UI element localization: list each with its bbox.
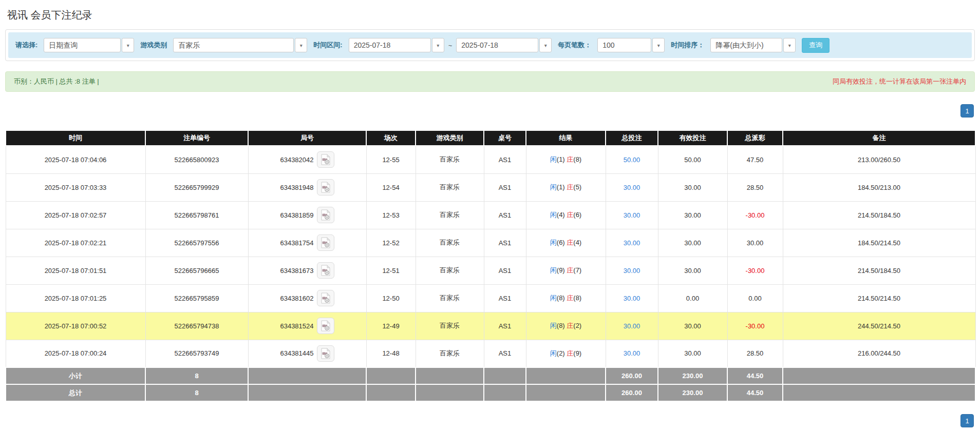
chevron-down-icon[interactable]: ▾ xyxy=(783,38,796,52)
video-replay-button[interactable] xyxy=(317,318,334,334)
cell-table-no: AS1 xyxy=(484,284,526,312)
chevron-down-icon[interactable]: ▾ xyxy=(539,38,552,52)
cell-time: 2025-07-18 07:00:52 xyxy=(6,312,145,340)
chevron-down-icon[interactable]: ▾ xyxy=(432,38,444,52)
video-replay-button[interactable] xyxy=(317,262,334,279)
cell-game-type: 百家乐 xyxy=(416,312,484,340)
chevron-down-icon[interactable]: ▾ xyxy=(652,38,665,52)
query-type-value[interactable]: 日期查询 xyxy=(44,38,121,52)
cell-payout: -30.00 xyxy=(727,257,783,284)
result-banker-label: 庄 xyxy=(567,349,573,357)
cell-bet-id: 522665797556 xyxy=(145,229,248,257)
col-header-table-no: 桌号 xyxy=(484,130,526,146)
game-type-value[interactable]: 百家乐 xyxy=(173,38,294,52)
video-replay-button[interactable] xyxy=(317,290,334,306)
total-bet-link[interactable]: 30.00 xyxy=(624,322,640,330)
result-banker-label: 庄 xyxy=(567,294,573,302)
cell-remark: 213.00/260.50 xyxy=(783,146,975,173)
result-player-label: 闲 xyxy=(550,239,557,246)
cell-table-no: AS1 xyxy=(484,201,526,229)
video-replay-button[interactable] xyxy=(317,234,334,251)
cell-empty xyxy=(484,367,526,384)
cell-payout: 47.50 xyxy=(727,146,783,173)
cell-game-type: 百家乐 xyxy=(416,201,484,229)
table-header: 时间 注单编号 局号 场次 游戏类别 桌号 结果 总投注 有效投注 总派彩 备注 xyxy=(6,130,975,146)
result-player-num: (1) xyxy=(557,183,565,191)
cell-table-no: AS1 xyxy=(484,229,526,257)
cell-bet-id: 522665798761 xyxy=(145,201,248,229)
cell-payout: 30.00 xyxy=(727,229,783,257)
date-to-value[interactable]: 2025-07-18 xyxy=(456,38,538,52)
grand-total-valid-bet: 230.00 xyxy=(658,384,727,401)
per-page-select[interactable]: 100 ▾ xyxy=(597,38,665,52)
col-header-payout: 总派彩 xyxy=(727,130,783,146)
sort-order-value[interactable]: 降幂(由大到小) xyxy=(710,38,782,52)
cell-session: 12-52 xyxy=(366,229,416,257)
total-bet-link[interactable]: 30.00 xyxy=(624,184,640,191)
result-banker-label: 庄 xyxy=(567,322,573,329)
search-button[interactable]: 查询 xyxy=(802,38,830,53)
cell-total-bet: 30.00 xyxy=(606,201,658,229)
total-bet-link[interactable]: 30.00 xyxy=(624,267,640,275)
date-from-value[interactable]: 2025-07-18 xyxy=(349,38,431,52)
cell-table-no: AS1 xyxy=(484,340,526,367)
valid-bet-notice: 同局有效投注，统一计算在该局第一张注单内 xyxy=(833,77,966,86)
result-player-label: 闲 xyxy=(550,294,557,302)
result-player-label: 闲 xyxy=(550,211,557,219)
cell-bet-id: 522665793749 xyxy=(145,340,248,367)
col-header-bet-id: 注单编号 xyxy=(145,130,248,146)
total-bet-link[interactable]: 30.00 xyxy=(624,211,640,219)
sort-order-select[interactable]: 降幂(由大到小) ▾ xyxy=(710,38,796,52)
cell-valid-bet: 0.00 xyxy=(658,284,727,312)
chevron-down-icon[interactable]: ▾ xyxy=(295,38,307,52)
total-bet-link[interactable]: 30.00 xyxy=(624,239,640,247)
cell-session: 12-51 xyxy=(366,257,416,284)
video-replay-button[interactable] xyxy=(317,151,334,168)
total-bet-link[interactable]: 30.00 xyxy=(624,295,640,302)
cell-remark: 244.50/214.50 xyxy=(783,312,975,340)
cell-time: 2025-07-18 07:02:57 xyxy=(6,201,145,229)
col-header-round-id: 局号 xyxy=(248,130,366,146)
cell-round-id: 634381602 xyxy=(248,284,366,312)
cell-round-id: 634381445 xyxy=(248,340,366,367)
cell-empty xyxy=(366,367,416,384)
video-file-icon xyxy=(321,292,331,304)
result-player-num: (6) xyxy=(557,239,565,246)
table-row: 2025-07-18 07:02:21 522665797556 6343817… xyxy=(6,229,975,257)
result-banker-num: (5) xyxy=(573,183,581,191)
video-replay-button[interactable] xyxy=(317,345,334,362)
table-row: 2025-07-18 07:02:57 522665798761 6343818… xyxy=(6,201,975,229)
query-type-label: 请选择: xyxy=(15,41,37,50)
cell-remark: 214.50/184.50 xyxy=(783,201,975,229)
cell-session: 12-55 xyxy=(366,146,416,173)
grand-total-total-bet: 260.00 xyxy=(606,384,658,401)
video-replay-button[interactable] xyxy=(317,179,334,195)
cell-game-type: 百家乐 xyxy=(416,229,484,257)
cell-payout: 28.50 xyxy=(727,340,783,367)
chevron-down-icon[interactable]: ▾ xyxy=(122,38,134,52)
round-id-value: 634381859 xyxy=(280,211,313,219)
result-player-num: (8) xyxy=(557,322,565,329)
cell-time: 2025-07-18 07:00:24 xyxy=(6,340,145,367)
game-type-select[interactable]: 百家乐 ▾ xyxy=(173,38,307,52)
page-1-button[interactable]: 1 xyxy=(960,414,974,427)
date-to-select[interactable]: 2025-07-18 ▾ xyxy=(456,38,552,52)
total-bet-link[interactable]: 30.00 xyxy=(624,349,640,357)
cell-time: 2025-07-18 07:02:21 xyxy=(6,229,145,257)
date-range-label: 时间区间: xyxy=(313,41,342,50)
query-type-select[interactable]: 日期查询 ▾ xyxy=(44,38,134,52)
result-banker-label: 庄 xyxy=(567,211,573,219)
cell-valid-bet: 30.00 xyxy=(658,201,727,229)
per-page-value[interactable]: 100 xyxy=(597,38,651,52)
result-player-num: (8) xyxy=(557,294,565,302)
video-replay-button[interactable] xyxy=(317,207,334,223)
total-bet-link[interactable]: 50.00 xyxy=(624,156,640,164)
page-1-button[interactable]: 1 xyxy=(960,104,974,117)
cell-result: 闲(9) 庄(7) xyxy=(526,257,606,284)
cell-total-bet: 30.00 xyxy=(606,257,658,284)
cell-round-id: 634382042 xyxy=(248,146,366,173)
result-banker-num: (9) xyxy=(573,349,581,357)
cell-total-bet: 50.00 xyxy=(606,146,658,173)
cell-valid-bet: 30.00 xyxy=(658,312,727,340)
date-from-select[interactable]: 2025-07-18 ▾ xyxy=(349,38,444,52)
